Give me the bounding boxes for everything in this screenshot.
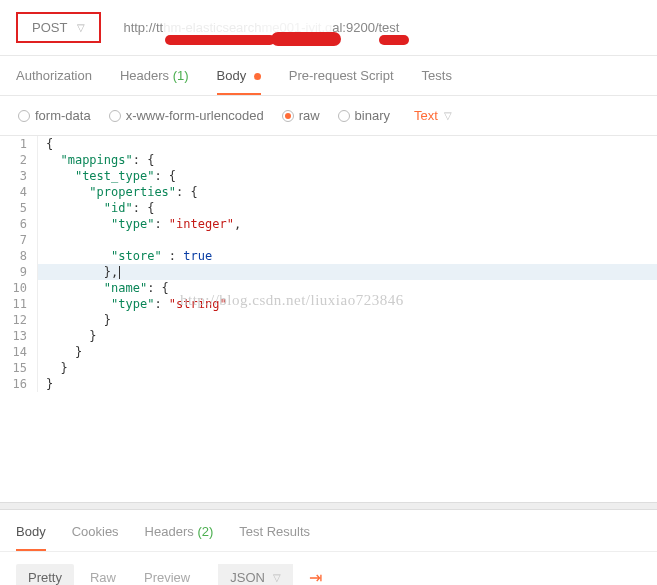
radio-icon — [18, 110, 30, 122]
dot-icon — [254, 73, 261, 80]
redaction-mark — [165, 35, 275, 45]
resp-tab-body[interactable]: Body — [16, 524, 46, 551]
chevron-down-icon: ▽ — [273, 572, 281, 583]
resp-tab-cookies[interactable]: Cookies — [72, 524, 119, 551]
tab-authorization[interactable]: Authorization — [16, 68, 92, 95]
request-url-input[interactable]: http://tthm-elasticsearchme001-jyit.qal:… — [123, 20, 641, 35]
radio-icon — [338, 110, 350, 122]
request-top-bar: POST ▽ http://tthm-elasticsearchme001-jy… — [0, 0, 657, 56]
http-method-dropdown[interactable]: POST ▽ — [16, 12, 101, 43]
tab-body[interactable]: Body — [217, 68, 261, 95]
chevron-down-icon: ▽ — [77, 22, 85, 33]
chevron-down-icon: ▽ — [444, 110, 452, 121]
radio-urlencoded[interactable]: x-www-form-urlencoded — [109, 108, 264, 123]
method-label: POST — [32, 20, 67, 35]
wrap-lines-icon[interactable]: ⇥ — [309, 568, 322, 585]
tab-headers[interactable]: Headers (1) — [120, 68, 189, 95]
request-tabs: Authorization Headers (1) Body Pre-reque… — [0, 56, 657, 96]
view-raw-button[interactable]: Raw — [78, 564, 128, 585]
pane-divider[interactable] — [0, 502, 657, 510]
view-pretty-button[interactable]: Pretty — [16, 564, 74, 585]
response-view-bar: Pretty Raw Preview JSON ▽ ⇥ — [0, 552, 657, 585]
cursor — [119, 266, 120, 279]
view-preview-button[interactable]: Preview — [132, 564, 202, 585]
tab-prerequest[interactable]: Pre-request Script — [289, 68, 394, 95]
radio-raw[interactable]: raw — [282, 108, 320, 123]
raw-format-dropdown[interactable]: Text ▽ — [414, 108, 452, 123]
response-tabs: Body Cookies Headers (2) Test Results — [0, 510, 657, 552]
radio-binary[interactable]: binary — [338, 108, 390, 123]
radio-form-data[interactable]: form-data — [18, 108, 91, 123]
radio-icon — [282, 110, 294, 122]
request-body-editor[interactable]: http://blog.csdn.net/liuxiao723846 1{ 2 … — [0, 136, 657, 502]
radio-icon — [109, 110, 121, 122]
resp-tab-tests[interactable]: Test Results — [239, 524, 310, 551]
resp-tab-headers[interactable]: Headers (2) — [145, 524, 214, 551]
redaction-mark — [271, 32, 341, 46]
response-format-dropdown[interactable]: JSON ▽ — [218, 564, 293, 585]
body-type-options: form-data x-www-form-urlencoded raw bina… — [0, 96, 657, 136]
tab-tests[interactable]: Tests — [422, 68, 452, 95]
redaction-mark — [379, 35, 409, 45]
